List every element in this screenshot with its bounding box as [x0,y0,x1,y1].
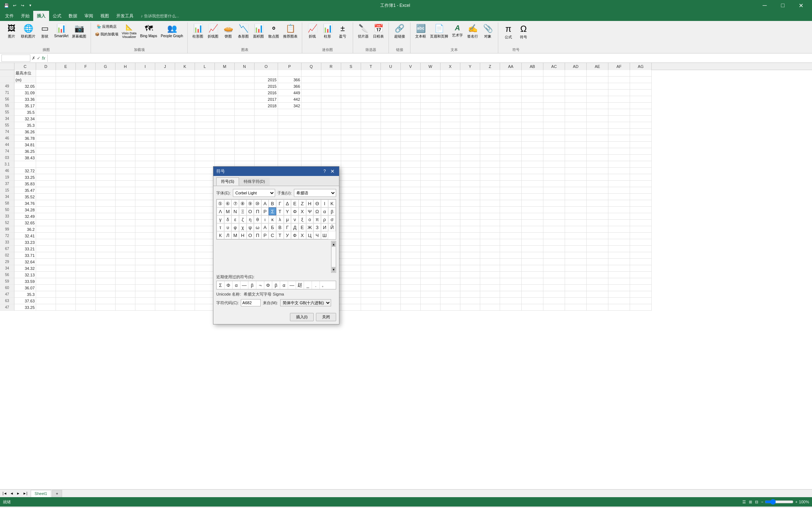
symbol-cell[interactable]: ⑧ [239,199,247,207]
symbol-cell[interactable]: β [328,207,336,215]
symbol-cell[interactable]: ψ [247,223,254,231]
from-select[interactable]: 简体中文 GB(十六进制) [280,299,331,306]
recently-used-symbol[interactable]: . [312,281,320,289]
symbol-cell[interactable]: κ [269,215,276,223]
recently-used-symbol[interactable]: ¬ [256,281,264,289]
scroll-down[interactable]: ▼ [332,267,335,272]
dialog-help-button[interactable]: ? [321,168,328,175]
recently-used-symbol[interactable]: Φ [225,281,233,289]
recently-used-symbol[interactable]: α [280,281,288,289]
symbol-cell[interactable]: χ [239,223,247,231]
symbol-cell[interactable]: ⑨ [247,199,254,207]
symbol-cell[interactable]: Ν [231,207,239,215]
recently-used-symbol[interactable]: _ [304,281,312,289]
symbol-cell[interactable]: Ζ [299,199,306,207]
symbol-cell[interactable]: Ш [321,231,329,239]
symbol-cell[interactable]: Й [328,223,336,231]
symbol-cell[interactable]: ⑦ [231,199,239,207]
symbol-cell[interactable]: О [247,231,254,239]
symbol-cell[interactable]: Ψ [306,207,314,215]
symbol-cell[interactable]: α [321,207,329,215]
symbol-cell[interactable]: Ч [313,231,321,239]
symbol-cell[interactable]: Φ [291,207,299,215]
symbol-cell[interactable]: ξ [299,215,306,223]
symbol-cell[interactable]: П [254,231,261,239]
symbol-cell[interactable]: ε [231,215,239,223]
symbol-cell[interactable]: К [217,231,224,239]
recently-used-symbol[interactable]: α [233,281,240,289]
symbol-cell[interactable]: σ [328,215,336,223]
symbol-cell[interactable]: Ρ [261,207,269,215]
symbol-cell[interactable]: τ [217,223,224,231]
symbol-cell[interactable]: А [261,223,269,231]
scroll-up[interactable]: ▲ [332,242,335,247]
symbol-cell[interactable]: π [313,215,321,223]
dialog-tab-special[interactable]: 特殊字符(D) [239,177,270,186]
symbol-cell[interactable]: ν [291,215,299,223]
recently-used-symbol[interactable]: — [240,281,248,289]
symbol-cell[interactable]: З [313,223,321,231]
symbol-cell[interactable]: М [231,231,239,239]
recently-used-symbol[interactable]: β [272,281,280,289]
recently-used-symbol[interactable]: — [288,281,296,289]
symbol-cell[interactable]: Ф [291,231,299,239]
symbol-cell[interactable]: Ξ [239,207,247,215]
symbol-cell[interactable]: Ε [291,199,299,207]
symbol-cell[interactable]: Π [254,207,261,215]
symbol-cell[interactable]: Δ [284,199,291,207]
symbol-cell[interactable]: υ [224,223,232,231]
symbol-cell[interactable]: И [321,223,329,231]
symbol-cell[interactable]: Л [224,231,232,239]
recently-used-symbol[interactable]: 赵 [296,281,304,289]
dialog-tab-symbols[interactable]: 符号(S) [216,177,239,186]
symbol-cell[interactable]: Β [269,199,276,207]
symbol-cell[interactable]: Μ [224,207,232,215]
symbol-cell[interactable]: Ω [313,207,321,215]
symbol-cell[interactable]: ι [261,215,269,223]
symbol-cell[interactable]: Х [299,231,306,239]
symbol-cell[interactable]: ο [306,215,314,223]
symbol-cell[interactable]: Н [239,231,247,239]
symbol-cell[interactable]: Κ [328,199,336,207]
close-button[interactable]: 关闭 [316,313,336,321]
symbol-cell[interactable]: С [269,231,276,239]
symbol-cell[interactable]: Λ [217,207,224,215]
symbol-cell[interactable]: ω [254,223,261,231]
symbol-cell[interactable]: Р [261,231,269,239]
symbol-cell[interactable]: Е [299,223,306,231]
symbol-cell[interactable]: Τ [276,207,284,215]
recently-used-symbol[interactable]: 。 [320,281,328,289]
symbol-cell[interactable]: Ж [306,223,314,231]
symbol-cell[interactable]: δ [224,215,232,223]
symbol-cell[interactable]: Б [269,223,276,231]
symbol-cell[interactable]: ⑤ [217,199,224,207]
insert-button[interactable]: 插入(I) [290,313,314,321]
symbol-cell[interactable]: Г [284,223,291,231]
symbol-cell[interactable]: ζ [239,215,247,223]
dialog-close-x-button[interactable]: ✕ [329,168,336,175]
subset-select[interactable]: 希腊语 [294,189,336,197]
symbol-cell[interactable]: Α [261,199,269,207]
symbol-cell[interactable]: Θ [313,199,321,207]
symbol-cell[interactable]: μ [284,215,291,223]
symbol-cell[interactable]: У [284,231,291,239]
symbol-cell[interactable]: Χ [299,207,306,215]
symbol-cell[interactable]: Ο [247,207,254,215]
symbol-cell[interactable]: λ [276,215,284,223]
recently-used-symbol[interactable]: Σ [217,281,225,289]
font-select[interactable]: Corbel Light [233,189,275,197]
symbol-cell[interactable]: η [247,215,254,223]
symbol-cell[interactable]: Σ [269,207,276,215]
symbol-cell[interactable]: ⑥ [224,199,232,207]
char-code-input[interactable] [241,299,261,306]
symbol-cell[interactable]: Т [276,231,284,239]
symbol-cell[interactable]: γ [217,215,224,223]
symbol-cell[interactable]: В [276,223,284,231]
symbol-cell[interactable]: Ι [321,199,329,207]
symbol-cell[interactable]: ρ [321,215,329,223]
recently-used-symbol[interactable]: β [248,281,256,289]
symbol-cell[interactable]: Γ [276,199,284,207]
recently-used-symbol[interactable]: Φ [264,281,272,289]
symbol-cell[interactable]: Υ [284,207,291,215]
symbol-cell[interactable]: Ц [306,231,314,239]
